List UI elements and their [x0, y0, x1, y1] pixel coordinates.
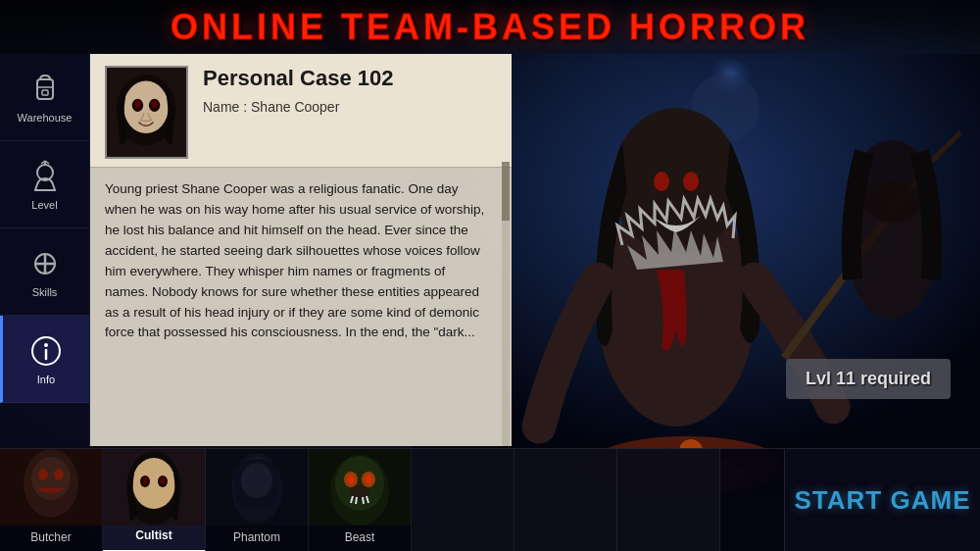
svg-rect-18: [42, 90, 48, 95]
char-slot-butcher[interactable]: Butcher: [0, 449, 103, 552]
sidebar-label-level: Level: [31, 199, 57, 211]
char-slot-phantom[interactable]: Phantom: [206, 449, 309, 552]
sidebar-item-info[interactable]: Info: [0, 316, 89, 403]
svg-point-38: [31, 457, 71, 500]
sidebar-item-skills[interactable]: Skills: [0, 228, 89, 316]
sidebar-label-skills: Skills: [32, 286, 58, 298]
level-required-badge: Lvl 11 required: [786, 359, 951, 399]
char-name: Name : Shane Cooper: [203, 99, 497, 115]
char-slot-cultist[interactable]: Cultist: [103, 449, 206, 552]
main-title: ONLINE TEAM-BASED HORROR: [171, 7, 809, 48]
svg-point-5: [654, 172, 669, 191]
level-icon: [26, 158, 64, 195]
char-info: Personal Case 102 Name : Shane Cooper: [203, 66, 497, 115]
svg-point-59: [347, 475, 355, 484]
sidebar-label-info: Info: [37, 374, 55, 385]
svg-point-43: [132, 458, 175, 509]
description-area: Young priest Shane Cooper was a religiou…: [90, 168, 512, 446]
butcher-portrait: [0, 449, 102, 526]
svg-point-56: [335, 456, 384, 511]
svg-point-34: [135, 101, 141, 109]
svg-point-46: [143, 476, 148, 483]
sidebar-item-warehouse[interactable]: Warehouse: [0, 54, 89, 141]
info-icon: [27, 332, 65, 370]
svg-point-40: [54, 469, 64, 480]
svg-point-35: [152, 101, 158, 109]
char-slot-empty-1: [412, 449, 514, 552]
phantom-portrait: [206, 449, 308, 526]
char-slot-beast[interactable]: Beast: [309, 449, 412, 552]
char-header: Personal Case 102 Name : Shane Cooper: [90, 54, 512, 168]
bottom-bar: Butcher Cultist: [0, 448, 980, 551]
char-slot-empty-3: [617, 449, 720, 552]
sidebar-label-warehouse: Warehouse: [18, 112, 73, 124]
title-bar: ONLINE TEAM-BASED HORROR: [0, 0, 980, 54]
svg-point-39: [38, 469, 48, 480]
case-title: Personal Case 102: [203, 66, 497, 91]
char-portrait: [105, 66, 188, 159]
char-slot-empty-2: [514, 449, 617, 552]
sidebar-item-level[interactable]: Level: [0, 141, 89, 228]
svg-rect-16: [37, 79, 53, 99]
start-game-label: START GAME: [795, 485, 971, 516]
description-text: Young priest Shane Cooper was a religiou…: [105, 179, 492, 343]
beast-name: Beast: [345, 530, 375, 544]
svg-point-6: [683, 172, 699, 191]
skills-icon: [26, 245, 64, 282]
cultist-name: Cultist: [135, 528, 172, 542]
svg-point-53: [241, 463, 272, 498]
svg-point-60: [365, 475, 372, 484]
butcher-name: Butcher: [30, 530, 71, 544]
scroll-thumb: [502, 162, 510, 221]
svg-point-27: [44, 343, 48, 347]
start-game-button[interactable]: START GAME: [784, 449, 980, 552]
sidebar: Warehouse Level Skills: [0, 54, 90, 446]
phantom-name: Phantom: [233, 530, 280, 544]
svg-point-47: [161, 476, 166, 483]
cultist-portrait: [103, 449, 205, 526]
character-slots: Butcher Cultist: [0, 449, 784, 551]
backpack-icon: [26, 71, 64, 108]
content-panel: Personal Case 102 Name : Shane Cooper Yo…: [90, 54, 512, 446]
scroll-indicator[interactable]: [502, 162, 510, 446]
beast-portrait: [309, 449, 411, 526]
